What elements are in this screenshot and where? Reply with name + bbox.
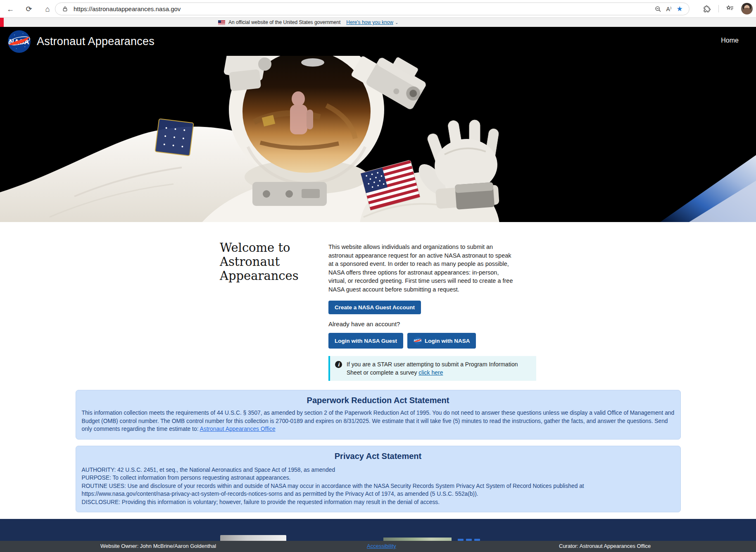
refresh-icon[interactable]: ⟳ (24, 4, 34, 14)
footer-partial-image-1 (220, 535, 286, 541)
paperwork-reduction-card: Paperwork Reduction Act Statement This i… (76, 390, 681, 440)
lock-icon[interactable] (59, 4, 70, 14)
privacy-act-card: Privacy Act Statement AUTHORITY: 42 U.S.… (76, 446, 681, 513)
back-icon[interactable]: ← (5, 4, 16, 14)
gov-banner: An official website of the United States… (0, 18, 756, 27)
welcome-heading: Welcome to Astronaut Appearances (220, 241, 323, 283)
click-here-link[interactable]: click here (418, 369, 443, 376)
privacy-line-disclosure: DISCLOSURE: Providing this information i… (82, 498, 675, 507)
privacy-line-authority: AUTHORITY: 42 U.S.C. 2451, et seq., the … (82, 466, 675, 474)
astronaut-appearances-office-link[interactable]: Astronaut Appearances Office (200, 426, 276, 432)
url-text[interactable]: https://astronautappearances.nasa.gov (74, 5, 653, 12)
website-owner-text: Website Owner: John McBrine/Aaron Golden… (100, 543, 216, 549)
login-nasa-guest-button[interactable]: Login with NASA Guest (328, 333, 403, 349)
curator-text: Curator: Astronaut Appearances Office (559, 543, 651, 549)
browser-toolbar: ← ⟳ ⌂ https://astronautappearances.nasa.… (0, 0, 756, 18)
star-user-info-alert: i If you are a STAR user attempting to s… (328, 356, 536, 381)
intro-paragraph: This website allows individuals and orga… (328, 243, 515, 294)
favorites-list-icon[interactable] (725, 3, 735, 14)
zoom-out-icon[interactable] (653, 4, 663, 14)
nav-home-link[interactable]: Home (721, 37, 739, 44)
site-header: NASA Astronaut Appearances Home (0, 27, 756, 56)
paperwork-body: This information collection meets the re… (82, 409, 675, 433)
toolbar-divider (718, 5, 719, 12)
us-flag-icon (218, 20, 225, 25)
favorite-star-icon[interactable]: ★ (674, 4, 685, 14)
gov-banner-text: An official website of the United States… (228, 19, 340, 25)
page: ← ⟳ ⌂ https://astronautappearances.nasa.… (0, 0, 756, 552)
chevron-down-icon[interactable]: ⌄ (395, 20, 398, 25)
read-aloud-icon[interactable]: A⁾ (663, 4, 674, 14)
left-edge-red-strip (0, 18, 4, 27)
main-content: Welcome to Astronaut Appearances This we… (0, 222, 756, 519)
how-you-know-link[interactable]: Here's how you know (346, 19, 393, 25)
paperwork-heading: Paperwork Reduction Act Statement (82, 396, 675, 405)
info-alert-text: If you are a STAR user attempting to sub… (347, 360, 530, 377)
privacy-line-routine-uses: ROUTINE USES: Use and disclosure of your… (82, 482, 675, 498)
welcome-section: Welcome to Astronaut Appearances This we… (0, 222, 756, 390)
profile-avatar[interactable] (741, 3, 753, 14)
privacy-heading: Privacy Act Statement (82, 452, 675, 461)
login-nasa-label: Login with NASA (425, 338, 470, 344)
privacy-line-purpose: PURPOSE: To collect information from per… (82, 474, 675, 482)
welcome-actions: This website allows individuals and orga… (328, 243, 537, 381)
footer-partial-link-fragments (458, 537, 483, 541)
site-title: Astronaut Appearances (37, 35, 155, 48)
nasa-logo-icon[interactable]: NASA (7, 30, 31, 53)
extensions-icon[interactable] (702, 3, 713, 14)
already-have-account-text: Already have an account? (328, 320, 537, 327)
footer-band (0, 519, 756, 541)
accessibility-link[interactable]: Accessibility (367, 543, 396, 549)
login-buttons-row: Login with NASA Guest NASA Login with NA… (328, 333, 537, 349)
footer-bottom-bar: Website Owner: John McBrine/Aaron Golden… (0, 541, 756, 552)
info-icon: i (335, 361, 342, 368)
footer-partial-image-2 (383, 538, 452, 541)
nasa-logo-small-icon: NASA (414, 337, 422, 345)
paperwork-body-text: This information collection meets the re… (82, 410, 675, 432)
home-icon[interactable]: ⌂ (42, 4, 53, 14)
login-nasa-button[interactable]: NASA Login with NASA (407, 333, 476, 349)
address-bar[interactable]: https://astronautappearances.nasa.gov A⁾… (55, 2, 689, 15)
create-guest-account-button[interactable]: Create a NASA Guest Account (328, 301, 421, 314)
toolbar-right (702, 3, 753, 14)
hero-image-astronaut (0, 56, 756, 222)
